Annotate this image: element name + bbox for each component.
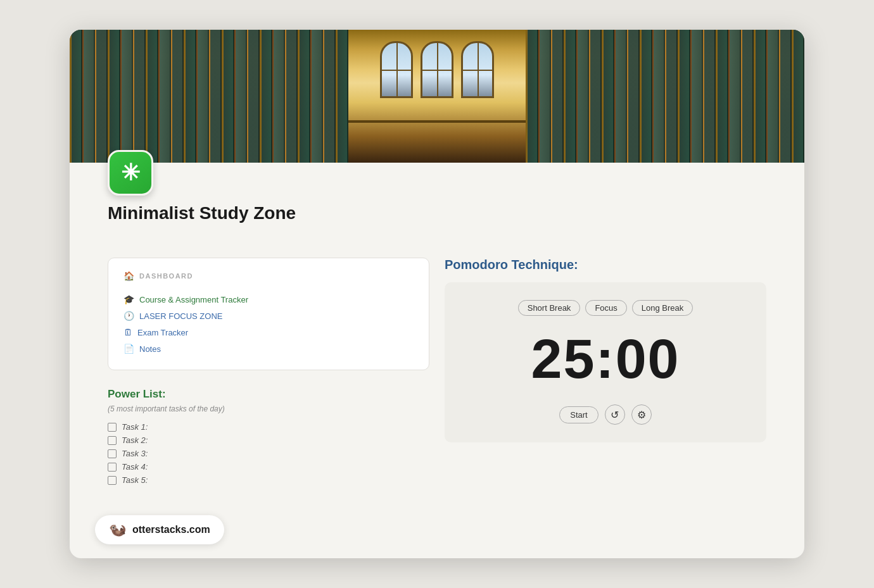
power-list-subtitle: (5 most important tasks of the day) — [108, 404, 429, 413]
windows-row — [380, 41, 494, 98]
nav-item-laser-focus[interactable]: 🕐 LASER FOCUS ZONE — [124, 308, 414, 324]
task-checkbox-2[interactable] — [108, 436, 117, 445]
hero-center — [348, 30, 526, 163]
long-break-button[interactable]: Long Break — [632, 300, 694, 316]
timer-display: 25:00 — [531, 331, 680, 387]
power-list-section: Power List: (5 most important tasks of t… — [108, 388, 429, 485]
nav-item-label: Exam Tracker — [137, 328, 188, 337]
power-list-title: Power List: — [108, 388, 429, 401]
reset-button[interactable]: ↺ — [605, 404, 625, 425]
short-break-button[interactable]: Short Break — [518, 300, 581, 316]
footer-bar: 🦦 otterstacks.com — [95, 515, 224, 544]
settings-icon: ⚙ — [637, 409, 646, 421]
app-window: ✳ Minimalist Study Zone 🏠 DASHBOARD 🎓 Co… — [70, 30, 804, 558]
footer-url: otterstacks.com — [132, 524, 210, 535]
focus-button[interactable]: Focus — [585, 300, 626, 316]
pomodoro-section: Pomodoro Technique: Short Break Focus Lo… — [445, 258, 766, 489]
calendar-icon: 🗓 — [124, 327, 132, 337]
task-item-5: Task 5: — [108, 475, 429, 485]
task-checkbox-5[interactable] — [108, 476, 117, 485]
settings-button[interactable]: ⚙ — [631, 404, 652, 425]
dashboard-header: 🏠 DASHBOARD — [124, 271, 414, 281]
graduation-icon: 🎓 — [124, 294, 134, 304]
task-item-1: Task 1: — [108, 422, 429, 432]
nav-item-course-tracker[interactable]: 🎓 Course & Assignment Tracker — [124, 291, 414, 308]
window-left — [380, 41, 413, 98]
task-checkbox-3[interactable] — [108, 449, 117, 458]
task-item-2: Task 2: — [108, 435, 429, 445]
dashboard-label: DASHBOARD — [139, 272, 193, 280]
dashboard-card: 🏠 DASHBOARD 🎓 Course & Assignment Tracke… — [108, 258, 429, 370]
task-label-3: Task 3: — [122, 449, 148, 458]
app-title: Minimalist Study Zone — [108, 203, 766, 223]
timer-controls: Start ↺ ⚙ — [559, 404, 651, 425]
otter-icon: 🦦 — [109, 522, 126, 538]
task-checkbox-4[interactable] — [108, 463, 117, 472]
bookshelf-right — [526, 30, 804, 163]
home-icon: 🏠 — [124, 271, 134, 281]
pomodoro-title: Pomodoro Technique: — [445, 258, 766, 272]
asterisk-icon: ✳ — [121, 160, 140, 186]
nav-item-label: Notes — [139, 344, 161, 354]
nav-item-notes[interactable]: 📄 Notes — [124, 341, 414, 357]
hero-image — [70, 30, 804, 163]
pomodoro-card: Short Break Focus Long Break 25:00 Start… — [445, 282, 766, 442]
timer-modes: Short Break Focus Long Break — [518, 300, 694, 316]
start-button[interactable]: Start — [559, 406, 598, 423]
task-label-4: Task 4: — [122, 462, 148, 472]
window-center — [421, 41, 453, 98]
clock-icon: 🕐 — [124, 311, 134, 321]
app-icon: ✳ — [108, 150, 153, 196]
content-grid: 🏠 DASHBOARD 🎓 Course & Assignment Tracke… — [70, 258, 804, 514]
task-label-1: Task 1: — [122, 422, 148, 432]
task-checkbox-1[interactable] — [108, 423, 117, 432]
railing — [348, 120, 526, 123]
task-label-5: Task 5: — [122, 475, 148, 485]
app-section: ✳ Minimalist Study Zone — [70, 150, 804, 258]
bookshelf-left — [70, 30, 348, 163]
nav-item-label: Course & Assignment Tracker — [139, 295, 248, 304]
left-column: 🏠 DASHBOARD 🎓 Course & Assignment Tracke… — [108, 258, 429, 489]
task-item-4: Task 4: — [108, 462, 429, 472]
task-label-2: Task 2: — [122, 435, 148, 445]
nav-item-exam-tracker[interactable]: 🗓 Exam Tracker — [124, 324, 414, 341]
note-icon: 📄 — [124, 344, 134, 354]
window-right — [461, 41, 494, 98]
task-item-3: Task 3: — [108, 449, 429, 458]
reset-icon: ↺ — [611, 409, 619, 421]
nav-item-label: LASER FOCUS ZONE — [139, 311, 222, 321]
